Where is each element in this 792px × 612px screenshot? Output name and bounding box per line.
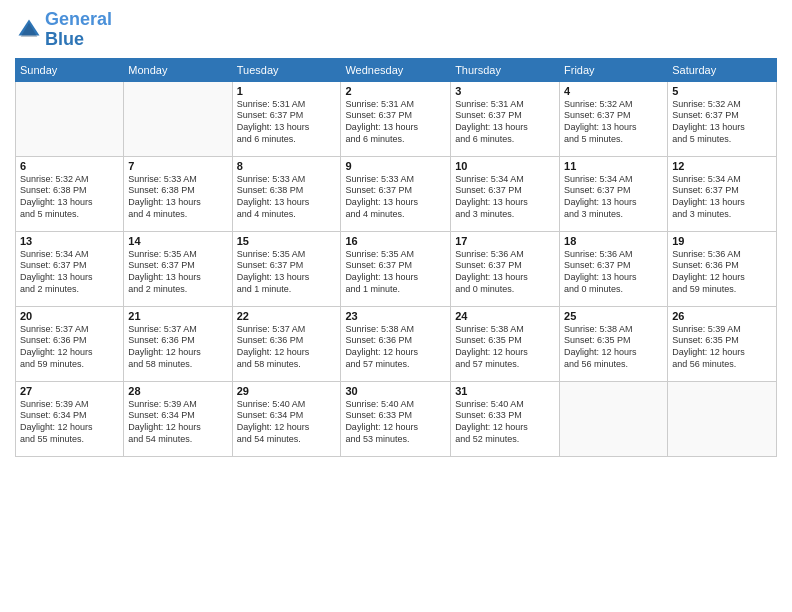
day-number: 13 <box>20 235 119 247</box>
calendar-cell: 21Sunrise: 5:37 AMSunset: 6:36 PMDayligh… <box>124 306 232 381</box>
day-info: Sunrise: 5:36 AMSunset: 6:36 PMDaylight:… <box>672 249 772 296</box>
calendar-header-row: SundayMondayTuesdayWednesdayThursdayFrid… <box>16 58 777 81</box>
day-header-monday: Monday <box>124 58 232 81</box>
calendar-cell: 6Sunrise: 5:32 AMSunset: 6:38 PMDaylight… <box>16 156 124 231</box>
calendar-cell: 3Sunrise: 5:31 AMSunset: 6:37 PMDaylight… <box>451 81 560 156</box>
day-number: 25 <box>564 310 663 322</box>
day-number: 28 <box>128 385 227 397</box>
day-header-tuesday: Tuesday <box>232 58 341 81</box>
calendar-cell: 15Sunrise: 5:35 AMSunset: 6:37 PMDayligh… <box>232 231 341 306</box>
calendar-cell: 28Sunrise: 5:39 AMSunset: 6:34 PMDayligh… <box>124 381 232 456</box>
calendar-cell: 22Sunrise: 5:37 AMSunset: 6:36 PMDayligh… <box>232 306 341 381</box>
day-info: Sunrise: 5:40 AMSunset: 6:33 PMDaylight:… <box>455 399 555 446</box>
logo: General Blue <box>15 10 112 50</box>
calendar-cell <box>16 81 124 156</box>
page: General Blue SundayMondayTuesdayWednesda… <box>0 0 792 612</box>
calendar-cell: 2Sunrise: 5:31 AMSunset: 6:37 PMDaylight… <box>341 81 451 156</box>
day-info: Sunrise: 5:34 AMSunset: 6:37 PMDaylight:… <box>564 174 663 221</box>
day-number: 11 <box>564 160 663 172</box>
day-number: 31 <box>455 385 555 397</box>
day-number: 2 <box>345 85 446 97</box>
day-header-thursday: Thursday <box>451 58 560 81</box>
calendar-week-2: 6Sunrise: 5:32 AMSunset: 6:38 PMDaylight… <box>16 156 777 231</box>
day-info: Sunrise: 5:34 AMSunset: 6:37 PMDaylight:… <box>672 174 772 221</box>
calendar-cell: 9Sunrise: 5:33 AMSunset: 6:37 PMDaylight… <box>341 156 451 231</box>
calendar-cell: 29Sunrise: 5:40 AMSunset: 6:34 PMDayligh… <box>232 381 341 456</box>
calendar-cell <box>560 381 668 456</box>
day-number: 21 <box>128 310 227 322</box>
calendar-cell: 13Sunrise: 5:34 AMSunset: 6:37 PMDayligh… <box>16 231 124 306</box>
day-info: Sunrise: 5:33 AMSunset: 6:38 PMDaylight:… <box>237 174 337 221</box>
calendar-cell: 14Sunrise: 5:35 AMSunset: 6:37 PMDayligh… <box>124 231 232 306</box>
day-number: 22 <box>237 310 337 322</box>
calendar-cell: 7Sunrise: 5:33 AMSunset: 6:38 PMDaylight… <box>124 156 232 231</box>
day-number: 8 <box>237 160 337 172</box>
day-info: Sunrise: 5:39 AMSunset: 6:34 PMDaylight:… <box>20 399 119 446</box>
day-number: 17 <box>455 235 555 247</box>
day-info: Sunrise: 5:31 AMSunset: 6:37 PMDaylight:… <box>237 99 337 146</box>
calendar-cell: 17Sunrise: 5:36 AMSunset: 6:37 PMDayligh… <box>451 231 560 306</box>
day-number: 20 <box>20 310 119 322</box>
day-info: Sunrise: 5:39 AMSunset: 6:34 PMDaylight:… <box>128 399 227 446</box>
day-info: Sunrise: 5:37 AMSunset: 6:36 PMDaylight:… <box>128 324 227 371</box>
calendar-cell: 16Sunrise: 5:35 AMSunset: 6:37 PMDayligh… <box>341 231 451 306</box>
day-number: 12 <box>672 160 772 172</box>
calendar-cell: 31Sunrise: 5:40 AMSunset: 6:33 PMDayligh… <box>451 381 560 456</box>
calendar-cell: 19Sunrise: 5:36 AMSunset: 6:36 PMDayligh… <box>668 231 777 306</box>
day-info: Sunrise: 5:37 AMSunset: 6:36 PMDaylight:… <box>237 324 337 371</box>
day-info: Sunrise: 5:34 AMSunset: 6:37 PMDaylight:… <box>455 174 555 221</box>
day-info: Sunrise: 5:38 AMSunset: 6:35 PMDaylight:… <box>564 324 663 371</box>
day-info: Sunrise: 5:32 AMSunset: 6:37 PMDaylight:… <box>564 99 663 146</box>
day-number: 18 <box>564 235 663 247</box>
day-number: 7 <box>128 160 227 172</box>
calendar-cell: 26Sunrise: 5:39 AMSunset: 6:35 PMDayligh… <box>668 306 777 381</box>
day-number: 9 <box>345 160 446 172</box>
day-number: 24 <box>455 310 555 322</box>
day-info: Sunrise: 5:37 AMSunset: 6:36 PMDaylight:… <box>20 324 119 371</box>
day-number: 14 <box>128 235 227 247</box>
day-number: 4 <box>564 85 663 97</box>
day-header-friday: Friday <box>560 58 668 81</box>
calendar-cell: 25Sunrise: 5:38 AMSunset: 6:35 PMDayligh… <box>560 306 668 381</box>
calendar-cell <box>668 381 777 456</box>
calendar-week-4: 20Sunrise: 5:37 AMSunset: 6:36 PMDayligh… <box>16 306 777 381</box>
day-number: 10 <box>455 160 555 172</box>
day-number: 3 <box>455 85 555 97</box>
day-number: 16 <box>345 235 446 247</box>
day-header-wednesday: Wednesday <box>341 58 451 81</box>
calendar-cell: 5Sunrise: 5:32 AMSunset: 6:37 PMDaylight… <box>668 81 777 156</box>
day-number: 1 <box>237 85 337 97</box>
logo-icon <box>15 16 43 44</box>
day-info: Sunrise: 5:33 AMSunset: 6:37 PMDaylight:… <box>345 174 446 221</box>
day-info: Sunrise: 5:32 AMSunset: 6:37 PMDaylight:… <box>672 99 772 146</box>
calendar-cell: 1Sunrise: 5:31 AMSunset: 6:37 PMDaylight… <box>232 81 341 156</box>
day-header-saturday: Saturday <box>668 58 777 81</box>
calendar-cell: 12Sunrise: 5:34 AMSunset: 6:37 PMDayligh… <box>668 156 777 231</box>
day-number: 30 <box>345 385 446 397</box>
calendar-cell: 23Sunrise: 5:38 AMSunset: 6:36 PMDayligh… <box>341 306 451 381</box>
calendar-cell: 18Sunrise: 5:36 AMSunset: 6:37 PMDayligh… <box>560 231 668 306</box>
calendar-cell: 11Sunrise: 5:34 AMSunset: 6:37 PMDayligh… <box>560 156 668 231</box>
day-number: 15 <box>237 235 337 247</box>
day-number: 23 <box>345 310 446 322</box>
day-info: Sunrise: 5:33 AMSunset: 6:38 PMDaylight:… <box>128 174 227 221</box>
calendar-week-3: 13Sunrise: 5:34 AMSunset: 6:37 PMDayligh… <box>16 231 777 306</box>
day-number: 29 <box>237 385 337 397</box>
day-info: Sunrise: 5:31 AMSunset: 6:37 PMDaylight:… <box>345 99 446 146</box>
calendar-week-5: 27Sunrise: 5:39 AMSunset: 6:34 PMDayligh… <box>16 381 777 456</box>
day-number: 27 <box>20 385 119 397</box>
day-info: Sunrise: 5:32 AMSunset: 6:38 PMDaylight:… <box>20 174 119 221</box>
day-info: Sunrise: 5:35 AMSunset: 6:37 PMDaylight:… <box>237 249 337 296</box>
calendar-cell: 27Sunrise: 5:39 AMSunset: 6:34 PMDayligh… <box>16 381 124 456</box>
day-info: Sunrise: 5:35 AMSunset: 6:37 PMDaylight:… <box>128 249 227 296</box>
day-info: Sunrise: 5:38 AMSunset: 6:36 PMDaylight:… <box>345 324 446 371</box>
day-number: 19 <box>672 235 772 247</box>
calendar-table: SundayMondayTuesdayWednesdayThursdayFrid… <box>15 58 777 457</box>
day-info: Sunrise: 5:35 AMSunset: 6:37 PMDaylight:… <box>345 249 446 296</box>
logo-text: General Blue <box>45 10 112 50</box>
day-info: Sunrise: 5:34 AMSunset: 6:37 PMDaylight:… <box>20 249 119 296</box>
day-info: Sunrise: 5:40 AMSunset: 6:34 PMDaylight:… <box>237 399 337 446</box>
calendar-cell: 30Sunrise: 5:40 AMSunset: 6:33 PMDayligh… <box>341 381 451 456</box>
calendar-cell <box>124 81 232 156</box>
header: General Blue <box>15 10 777 50</box>
